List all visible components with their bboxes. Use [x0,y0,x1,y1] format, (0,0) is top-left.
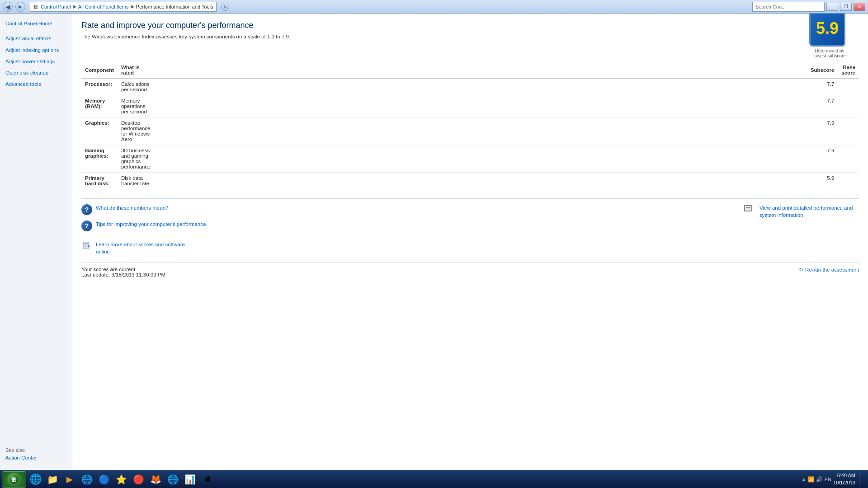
component-processor: Processor: [81,79,118,95]
clock-time: 6:40 AM [833,472,855,479]
breadcrumb-sep-2: ▶ [131,4,134,9]
breadcrumb-all-items[interactable]: All Control Panel Items [78,4,129,9]
base-score-4 [838,173,859,189]
col-what-rated: What is rated [118,63,154,79]
taskbar-office[interactable]: 📊 [182,471,198,488]
taskbar-star[interactable]: ⭐ [113,471,129,488]
start-button[interactable]: ⊞ [2,471,26,488]
what-numbers-row: ? What do these numbers mean? [81,204,743,215]
main-container: Control Panel Home Adjust visual effects… [0,14,868,470]
tips-link[interactable]: Tips for improving your computer's perfo… [96,221,208,228]
breadcrumb-sep-1: ▶ [73,4,76,9]
sidebar-visual-effects[interactable]: Adjust visual effects [0,33,72,44]
breadcrumb-control-panel[interactable]: Control Panel [41,4,71,9]
spacer-4 [154,173,807,189]
rerun-icon: ↻ [799,267,803,273]
svg-rect-2 [746,207,750,208]
show-desktop-button[interactable] [859,471,863,488]
taskbar-firefox[interactable]: 🦊 [147,471,164,488]
subscore-graphics: 7.9 [807,117,838,145]
tray-volume: 🔊 [816,476,823,483]
clock: 6:40 AM 10/1/2013 [833,472,855,486]
see-also-label: See also [5,447,66,453]
taskbar-ie[interactable]: 🌐 [27,471,43,488]
spacer-2 [154,117,807,145]
scores-status-section: Your scores are current Last update: 9/1… [81,267,165,277]
what-numbers-link[interactable]: What do these numbers mean? [96,204,168,211]
performance-table: Component What is rated Subscore Base sc… [81,63,859,189]
view-print-icon [743,204,756,214]
component-ram: Memory (RAM): [81,95,118,117]
svg-rect-7 [85,246,87,246]
svg-text:E: E [89,245,90,248]
content-footer: Your scores are current Last update: 9/1… [81,263,859,277]
doc-icon: E [81,241,92,252]
breadcrumb-current: Performance Information and Tools [136,4,213,9]
table-row: Gaming graphics: 3D business and gaming … [81,145,859,173]
spacer-3 [154,145,807,173]
component-gaming: Gaming graphics: [81,145,118,173]
tray-network: 📶 [808,476,815,483]
scores-current: Your scores are current [81,267,165,272]
start-orb: ⊞ [7,473,21,486]
desc-ram: Memory operations per second [118,95,154,117]
sidebar-indexing[interactable]: Adjust indexing options [0,45,72,56]
back-button[interactable]: ◀ [3,2,13,12]
view-print-section: View and print detailed performance and … [743,204,859,219]
title-bar-left: ◀ ▶ 🖥 Control Panel ▶ All Control Panel … [3,2,229,12]
spacer-1 [154,95,807,117]
svg-rect-1 [745,206,751,211]
maximize-button[interactable]: ❐ [840,3,852,11]
spacer-0 [154,79,807,95]
taskbar: ⊞ 🌐 📁 ▶ 🌐 🔵 ⭐ 🔴 🦊 🌐 📊 🖥 ▲ 📶 🔊 EN 6:40 AM… [0,470,868,488]
content-area: Rate and improve your computer's perform… [72,14,868,470]
taskbar-monitor[interactable]: 🖥 [199,471,215,488]
base-score-1 [838,95,859,117]
svg-rect-5 [85,244,88,244]
svg-text:⊞: ⊞ [11,477,16,483]
subscore-harddisk: 5.9 [807,173,838,189]
taskbar-red[interactable]: 🔴 [130,471,146,488]
sidebar-home[interactable]: Control Panel Home [0,18,72,29]
base-score-0 [838,79,859,95]
subscore-gaming: 7.9 [807,145,838,173]
table-row: Primary hard disk: Disk data transfer ra… [81,173,859,189]
subscore-ram: 7.7 [807,95,838,117]
table-section: 5.9 Determined by lowest subscore Compon… [81,47,859,195]
taskbar-browser[interactable]: 🌐 [165,471,181,488]
svg-rect-4 [84,242,89,249]
tips-row: ? Tips for improving your computer's per… [81,221,743,231]
lang-indicator: EN [825,477,831,482]
minimize-button[interactable]: — [826,3,838,11]
sidebar-bottom: See also Action Center [0,443,72,465]
taskbar-chrome[interactable]: 🔵 [96,471,112,488]
view-print-link[interactable]: View and print detailed performance and … [760,204,859,219]
sidebar-disk-cleanup[interactable]: Open disk cleanup [0,67,72,79]
online-link-row: E Learn more about scores and software o… [81,241,859,255]
taskbar-explorer[interactable]: 📁 [44,471,61,488]
base-score-3 [838,145,859,173]
question-icon-1: ? [81,204,92,215]
refresh-button[interactable]: ↻ [221,3,229,11]
svg-rect-6 [85,244,88,245]
taskbar-ie2[interactable]: 🌐 [79,471,95,488]
close-button[interactable]: ✕ [854,3,865,11]
score-badge: 5.9 [809,14,845,47]
sidebar: Control Panel Home Adjust visual effects… [0,14,72,470]
action-center-link[interactable]: Action Center [5,455,37,460]
sidebar-advanced-tools[interactable]: Advanced tools [0,79,72,90]
links-section: View and print detailed performance and … [81,198,859,255]
question-icon-2: ? [81,221,92,231]
address-bar[interactable]: 🖥 Control Panel ▶ All Control Panel Item… [30,2,217,12]
breadcrumb: 🖥 Control Panel ▶ All Control Panel Item… [33,4,213,9]
rerun-assessment[interactable]: ↻ Re-run the assessment [799,267,859,273]
sidebar-power[interactable]: Adjust power settings [0,56,72,67]
search-input[interactable] [752,2,825,12]
title-bar: ◀ ▶ 🖥 Control Panel ▶ All Control Panel … [0,0,868,14]
table-row: Memory (RAM): Memory operations per seco… [81,95,859,117]
online-link[interactable]: Learn more about scores and software onl… [96,241,185,255]
taskbar-media[interactable]: ▶ [61,471,78,488]
forward-button[interactable]: ▶ [15,2,25,12]
score-badge-container: 5.9 Determined by lowest subscore [809,14,850,58]
title-bar-right: — ❐ ✕ [752,2,865,12]
